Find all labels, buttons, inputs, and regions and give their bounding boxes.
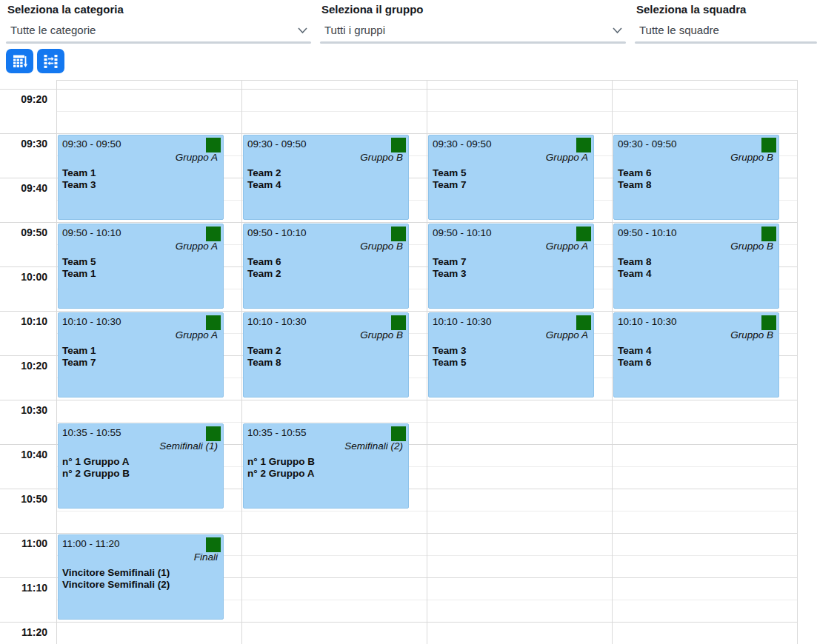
event-group-label: Semifinali (1) <box>59 438 223 452</box>
event-time-range: 09:30 - 09:50 <box>614 135 778 150</box>
event-card[interactable]: 09:50 - 10:10Gruppo BTeam 8Team 4 <box>613 224 779 309</box>
squadra-select[interactable]: Tutte le squadre <box>635 21 817 40</box>
event-card[interactable]: 10:10 - 10:30Gruppo BTeam 4Team 6 <box>613 312 779 398</box>
event-team-line: Team 4 <box>618 268 774 280</box>
event-status-square-icon <box>206 426 221 441</box>
event-teams: Vincitore Semifinali (1)Vincitore Semifi… <box>59 563 223 591</box>
event-team-line: Team 7 <box>62 357 219 369</box>
gruppo-select[interactable]: Tutti i gruppi <box>320 21 626 40</box>
time-label: 10:30 <box>0 404 47 416</box>
event-group-label: Gruppo B <box>614 238 778 252</box>
time-label: 09:30 <box>0 138 47 150</box>
time-label: 11:00 <box>0 537 47 549</box>
time-label: 11:10 <box>0 582 47 594</box>
event-time-range: 10:10 - 10:30 <box>59 313 223 327</box>
event-group-label: Gruppo B <box>244 238 408 252</box>
event-status-square-icon <box>576 227 591 241</box>
gruppo-selected-value: Tutti i gruppi <box>324 24 385 36</box>
event-teams: Team 3Team 5 <box>429 341 593 369</box>
filter-squadra-label: Seleziona la squadra <box>636 3 746 16</box>
event-team-line: Team 2 <box>247 167 404 179</box>
event-status-square-icon <box>206 315 221 330</box>
filter-gruppo: Seleziona il gruppo Tutti i gruppi <box>320 0 626 46</box>
categoria-select[interactable]: Tutte le categorie <box>6 21 311 40</box>
event-teams: Team 8Team 4 <box>614 252 778 280</box>
event-team-line: Team 1 <box>62 167 219 179</box>
event-time-range: 11:00 - 11:20 <box>59 535 223 549</box>
event-card[interactable]: 09:30 - 09:50Gruppo BTeam 6Team 8 <box>613 135 779 220</box>
event-team-line: Team 2 <box>247 268 404 280</box>
event-card[interactable]: 09:30 - 09:50Gruppo ATeam 1Team 3 <box>58 135 224 220</box>
event-card[interactable]: 11:00 - 11:20FinaliVincitore Semifinali … <box>58 534 224 620</box>
event-card[interactable]: 09:50 - 10:10Gruppo ATeam 5Team 1 <box>58 224 224 309</box>
event-teams: Team 7Team 3 <box>429 252 593 280</box>
event-team-line: Team 3 <box>62 179 219 191</box>
event-card[interactable]: 10:10 - 10:30Gruppo ATeam 3Team 5 <box>428 312 594 398</box>
event-time-range: 10:35 - 10:55 <box>59 424 223 438</box>
event-teams: Team 4Team 6 <box>614 341 778 369</box>
time-label: 10:50 <box>0 493 47 505</box>
event-card[interactable]: 10:10 - 10:30Gruppo ATeam 1Team 7 <box>58 312 224 398</box>
event-team-line: Vincitore Semifinali (2) <box>62 579 219 591</box>
filter-categoria-label: Seleziona la categoria <box>7 3 124 16</box>
event-card[interactable]: 10:10 - 10:30Gruppo BTeam 2Team 8 <box>243 312 409 398</box>
event-team-line: Team 6 <box>247 256 404 268</box>
event-teams: Team 1Team 7 <box>59 341 223 369</box>
filter-squadra: Seleziona la squadra Tutte le squadre <box>635 0 817 46</box>
event-time-range: 09:50 - 10:10 <box>429 224 593 238</box>
event-card[interactable]: 10:35 - 10:55Semifinali (2)n° 1 Gruppo B… <box>243 423 409 509</box>
event-status-square-icon <box>761 227 776 241</box>
event-team-line: Team 8 <box>618 179 774 191</box>
event-card[interactable]: 09:30 - 09:50Gruppo ATeam 5Team 7 <box>428 135 594 220</box>
event-team-line: Team 5 <box>433 167 589 179</box>
time-label: 10:10 <box>0 315 47 327</box>
grid-line-vertical <box>56 80 57 644</box>
grid-line-horizontal-major <box>0 400 797 400</box>
schedule-grid: 09:2009:3009:4009:5010:0010:1010:2010:30… <box>0 80 817 644</box>
time-label: 09:50 <box>0 227 47 238</box>
time-label: 10:00 <box>0 271 47 283</box>
event-card[interactable]: 09:50 - 10:10Gruppo ATeam 7Team 3 <box>428 224 594 309</box>
event-team-line: Team 8 <box>247 357 404 369</box>
chevron-down-icon <box>613 27 622 34</box>
event-teams: Team 2Team 4 <box>244 163 408 191</box>
grid-line-horizontal-major <box>0 311 797 312</box>
table-view-button[interactable] <box>6 49 33 73</box>
event-status-square-icon <box>391 315 406 330</box>
event-teams: Team 6Team 2 <box>244 252 408 280</box>
event-team-line: n° 1 Gruppo A <box>62 456 219 468</box>
grid-line-horizontal-major <box>0 133 797 134</box>
event-team-line: Team 5 <box>62 256 219 268</box>
event-time-range: 10:10 - 10:30 <box>244 313 408 327</box>
grid-line-vertical <box>612 80 613 644</box>
grid-line-vertical <box>241 80 242 644</box>
time-label: 10:20 <box>0 360 47 372</box>
event-time-range: 09:30 - 09:50 <box>244 135 408 150</box>
event-team-line: Team 3 <box>433 345 589 357</box>
event-status-square-icon <box>761 315 776 330</box>
event-teams: n° 1 Gruppo Bn° 2 Gruppo A <box>244 452 408 480</box>
event-team-line: Vincitore Semifinali (1) <box>62 567 219 579</box>
event-card[interactable]: 09:50 - 10:10Gruppo BTeam 6Team 2 <box>243 224 409 309</box>
event-group-label: Gruppo A <box>59 327 223 341</box>
grid-line-horizontal-major <box>0 622 797 623</box>
event-card[interactable]: 10:35 - 10:55Semifinali (1)n° 1 Gruppo A… <box>58 423 224 509</box>
grid-line-vertical <box>427 80 427 644</box>
event-team-line: Team 7 <box>433 179 589 191</box>
event-group-label: Gruppo A <box>429 238 593 252</box>
time-label: 10:40 <box>0 449 47 460</box>
swap-order-button[interactable] <box>37 49 64 73</box>
event-group-label: Gruppo B <box>244 327 408 341</box>
gruppo-underline <box>320 41 626 44</box>
time-label: 11:20 <box>0 626 47 638</box>
event-status-square-icon <box>391 138 406 152</box>
event-group-label: Semifinali (2) <box>244 438 408 452</box>
event-teams: Team 5Team 7 <box>429 163 593 191</box>
event-status-square-icon <box>206 227 221 241</box>
event-card[interactable]: 09:30 - 09:50Gruppo BTeam 2Team 4 <box>243 135 409 220</box>
event-team-line: Team 4 <box>247 179 404 191</box>
categoria-underline <box>6 41 311 44</box>
event-teams: Team 5Team 1 <box>59 252 223 280</box>
event-status-square-icon <box>391 227 406 241</box>
event-group-label: Gruppo B <box>244 150 408 163</box>
